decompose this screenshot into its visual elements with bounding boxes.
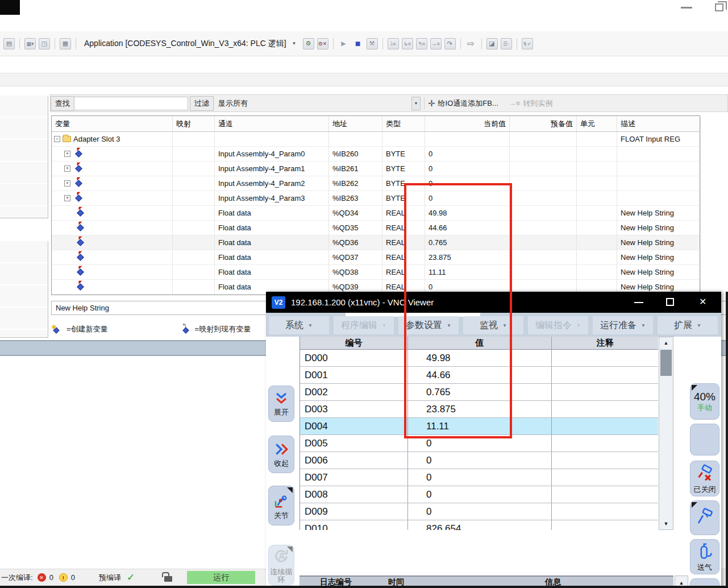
run-to-line-icon[interactable]: →≡ [430, 38, 442, 49]
chevron-down-icon[interactable]: ▼ [411, 97, 421, 110]
table-row[interactable]: Float data%QD37REAL23.875New Help String [52, 250, 700, 265]
io-mapping-table: 变量映射通道地址类型当前值预备值单元描述−Adapter Slot 3FLOAT… [51, 115, 700, 295]
vnc-tab-2: 程序编辑▼ [334, 316, 394, 334]
table-row[interactable]: +Input Assembly-4_Param2%IB262BYTE0 [52, 176, 700, 191]
register-row[interactable]: D0070 [300, 469, 658, 486]
table-row[interactable]: −Adapter Slot 3FLOAT Input REG [52, 132, 700, 147]
address-cell: %IB263 [329, 191, 382, 205]
add-fb-button[interactable]: ✛ 给IO通道添加FB... [428, 98, 498, 109]
column-header[interactable]: 预备值 [510, 116, 577, 131]
column-header[interactable]: 地址 [329, 116, 382, 131]
vnc-tab-1[interactable]: 系统▼ [269, 316, 329, 334]
breakpoints-icon[interactable]: ⚒ [367, 38, 378, 49]
variable-cell [52, 235, 173, 250]
table-row[interactable]: Float data%QD35REAL44.66New Help String [52, 221, 700, 235]
register-row[interactable]: D010826.654 [300, 520, 658, 530]
display-mode-icon[interactable]: ◪ [486, 38, 498, 49]
step-over-icon[interactable]: ⤵≡ [388, 38, 399, 49]
column-header[interactable]: 类型 [382, 116, 425, 131]
table-row[interactable]: Float data%QD36REAL0.765New Help String [52, 235, 700, 250]
window-minimize-button[interactable] [681, 7, 692, 9]
address-cell [329, 132, 382, 146]
vnc-tab-6[interactable]: 运行准备▼ [593, 316, 653, 334]
vnc-minimize-button[interactable] [634, 302, 643, 303]
gas-cylinder-icon [696, 542, 714, 562]
recompile-icon[interactable]: ↯✓ [522, 38, 533, 49]
column-header[interactable]: 描述 [617, 116, 701, 131]
sidebar-button-40%[interactable]: 40%手动 [690, 383, 719, 420]
expand-expander-icon[interactable]: + [64, 151, 70, 157]
sidebar-button-blank[interactable] [690, 424, 719, 456]
mapping-toolbar: 查找 过滤 显示所有 ▼ ✛ 给IO通道添加FB... →≡ 转到实例 [50, 94, 728, 112]
start-icon[interactable]: ▶ [338, 38, 350, 49]
table-row[interactable]: +Input Assembly-4_Param3%IB263BYTE0 [52, 191, 700, 206]
sidebar-button-收起[interactable]: 收起 [268, 436, 294, 473]
application-combobox[interactable]: Application [CODESYS_Control_Win_V3_x64:… [81, 38, 300, 50]
mapping-cell [173, 147, 215, 161]
register-row[interactable]: D0060 [300, 452, 658, 469]
channel-cell: Float data [215, 265, 329, 279]
expand-expander-icon[interactable]: + [64, 195, 70, 201]
scroll-down-icon[interactable]: ▼ [659, 518, 673, 529]
logout-icon[interactable]: ⚙✕ [317, 38, 328, 49]
filter-combobox[interactable]: 显示所有 ▼ [214, 96, 421, 111]
watchlist-icon[interactable]: ☰· [501, 38, 512, 49]
register-comment-cell [552, 520, 658, 530]
build-icon[interactable]: ▦ [60, 38, 71, 49]
unit-cell [577, 265, 617, 279]
expand-expander-icon[interactable]: + [64, 165, 70, 172]
table-header-row: 变量映射通道地址类型当前值预备值单元描述 [52, 116, 700, 132]
register-row[interactable]: D0080 [300, 486, 658, 503]
sidebar-button-torch[interactable] [690, 500, 719, 535]
table-row[interactable]: +Input Assembly-4_Param0%IB260BYTE0 [52, 147, 700, 162]
variable-cell [52, 280, 173, 294]
export-icon[interactable]: ◳ [39, 38, 50, 49]
step-out-icon[interactable]: ↰≡ [416, 38, 427, 49]
channel-cell [215, 132, 329, 146]
next-statement-icon[interactable]: ⇨ [465, 38, 477, 49]
flow-control-icon[interactable]: ↷ [444, 38, 456, 49]
address-cell: %QD37 [329, 250, 382, 264]
auto-loop-icon: A [272, 547, 290, 568]
sidebar-button-已关闭[interactable]: 已关闭 [690, 461, 719, 496]
sidebar-button-展开[interactable]: 展开 [268, 386, 294, 422]
channel-cell: Input Assembly-4_Param1 [215, 162, 329, 176]
expand-expander-icon[interactable]: + [64, 180, 70, 187]
paste-icon[interactable]: ▤ [3, 38, 15, 49]
mapping-cell [173, 235, 215, 250]
vnc-tab-7[interactable]: 扩展▼ [658, 316, 718, 334]
step-into-icon[interactable]: ↳≡ [402, 38, 413, 49]
variable-cell: + [52, 176, 173, 191]
register-value-cell: 0 [408, 486, 552, 503]
table-row[interactable]: Float data%QD38REAL11.11New Help String [52, 265, 700, 280]
register-row[interactable]: D0090 [300, 503, 658, 520]
window-restore-button[interactable] [715, 3, 723, 11]
table-row[interactable]: Float data%QD34REAL49.98New Help String [52, 206, 700, 221]
variable-cell: −Adapter Slot 3 [52, 132, 173, 146]
sidebar-button-送气[interactable]: 送气 [690, 539, 719, 574]
vnc-maximize-button[interactable] [666, 298, 674, 306]
type-cell [382, 132, 425, 146]
prepared-value-cell [510, 132, 577, 146]
scrollbar-thumb[interactable] [660, 350, 672, 376]
run-status-button[interactable]: 运行 [187, 571, 255, 584]
column-header[interactable]: 当前值 [425, 116, 510, 131]
description-cell [617, 147, 701, 161]
library-dropdown-icon[interactable]: ▦▾ [24, 38, 36, 49]
column-header[interactable]: 通道 [215, 116, 329, 131]
column-header[interactable]: 映射 [173, 116, 215, 131]
vnc-close-button[interactable]: ✕ [699, 296, 706, 307]
find-input[interactable] [74, 97, 188, 110]
collapse-expander-icon[interactable]: − [54, 136, 60, 142]
last-compile-label: 一次编译: [1, 573, 33, 583]
column-header[interactable]: 单元 [577, 116, 617, 131]
goto-instance-button[interactable]: →≡ 转到实例 [509, 98, 553, 109]
column-header[interactable]: 变量 [52, 116, 173, 131]
scroll-up-icon[interactable]: ▲ [659, 337, 673, 349]
table-row[interactable]: +Input Assembly-4_Param1%IB261BYTE0 [52, 162, 700, 176]
sidebar-button-关节[interactable]: 关节 [268, 486, 294, 525]
login-icon[interactable]: ⚙ [303, 38, 314, 49]
register-table-scrollbar[interactable]: ▲ ▼ [659, 337, 673, 530]
stop-icon[interactable]: ■ [352, 38, 364, 49]
warning-count-icon: ! [59, 573, 68, 582]
